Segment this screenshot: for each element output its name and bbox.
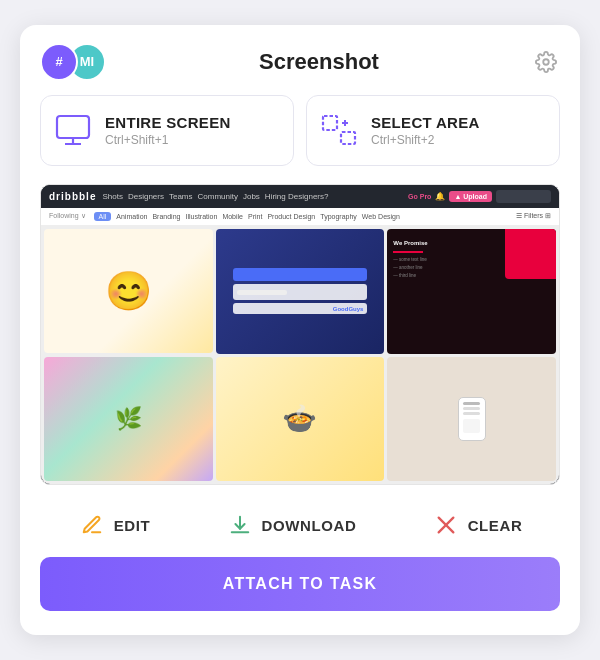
preview-area: dribbble Shots Designers Teams Community… <box>40 184 560 486</box>
preview-topbar: dribbble Shots Designers Teams Community… <box>41 185 559 208</box>
select-area-text: SELECT AREA <box>371 114 480 131</box>
select-area-shortcut: Ctrl+Shift+2 <box>371 133 480 147</box>
edit-label: EDIT <box>114 517 151 534</box>
svg-rect-1 <box>57 116 89 138</box>
preview-grid: 😊 GoodGuys We Promise — some text line— … <box>41 226 559 485</box>
grid-cell-smiley: 😊 <box>44 229 213 354</box>
download-icon <box>226 511 254 539</box>
preview-upload-btn: ▲ Upload <box>449 191 492 202</box>
svg-rect-8 <box>341 132 355 144</box>
monitor-icon <box>55 114 91 146</box>
download-label: DOWNLOAD <box>262 517 357 534</box>
preview-filter-bar: Following ∨ All Animation Branding Illus… <box>41 208 559 226</box>
action-row: EDIT DOWNLOAD CLEAR <box>20 499 580 557</box>
attach-to-task-button[interactable]: ATTACH TO TASK <box>40 557 560 611</box>
svg-point-0 <box>543 59 549 65</box>
clear-label: CLEAR <box>468 517 523 534</box>
preview-logo: dribbble <box>49 191 96 202</box>
grid-cell-food: 🍲 <box>216 357 385 482</box>
entire-screen-button[interactable]: ENTIRE SCREEN Ctrl+Shift+1 <box>40 95 294 166</box>
preview-nav: Shots Designers Teams Community Jobs Hir… <box>102 192 328 201</box>
avatar-hashtag-label: # <box>55 54 62 69</box>
avatar-group: # MI <box>40 43 106 81</box>
grid-cell-cards: GoodGuys <box>216 229 385 354</box>
svg-rect-5 <box>323 116 337 130</box>
settings-icon[interactable] <box>532 48 560 76</box>
avatar-hashtag: # <box>40 43 78 81</box>
grid-cell-dark: We Promise — some text line— another lin… <box>387 229 556 354</box>
preview-topbar-right: Go Pro 🔔 ▲ Upload <box>408 190 551 203</box>
goodguys-label: GoodGuys <box>333 306 364 312</box>
download-button[interactable]: DOWNLOAD <box>226 511 357 539</box>
select-area-label: SELECT AREA Ctrl+Shift+2 <box>371 114 480 147</box>
capture-options: ENTIRE SCREEN Ctrl+Shift+1 SELECT AREA C… <box>20 95 580 184</box>
filter-all: All <box>94 212 112 221</box>
edit-icon <box>78 511 106 539</box>
entire-screen-label: ENTIRE SCREEN Ctrl+Shift+1 <box>105 114 231 147</box>
page-title: Screenshot <box>106 49 532 75</box>
header: # MI Screenshot <box>20 25 580 95</box>
avatar-mi-label: MI <box>80 54 94 69</box>
select-area-icon <box>321 114 357 146</box>
select-area-button[interactable]: SELECT AREA Ctrl+Shift+2 <box>306 95 560 166</box>
entire-screen-text: ENTIRE SCREEN <box>105 114 231 131</box>
attach-button-label: ATTACH TO TASK <box>223 575 378 592</box>
grid-cell-colorful: 🌿 <box>44 357 213 482</box>
preview-search <box>496 190 551 203</box>
attach-btn-wrap: ATTACH TO TASK <box>20 557 580 611</box>
clear-icon <box>432 511 460 539</box>
grid-cell-mobile <box>387 357 556 482</box>
edit-button[interactable]: EDIT <box>78 511 151 539</box>
clear-button[interactable]: CLEAR <box>432 511 523 539</box>
main-card: # MI Screenshot <box>20 25 580 636</box>
entire-screen-shortcut: Ctrl+Shift+1 <box>105 133 231 147</box>
